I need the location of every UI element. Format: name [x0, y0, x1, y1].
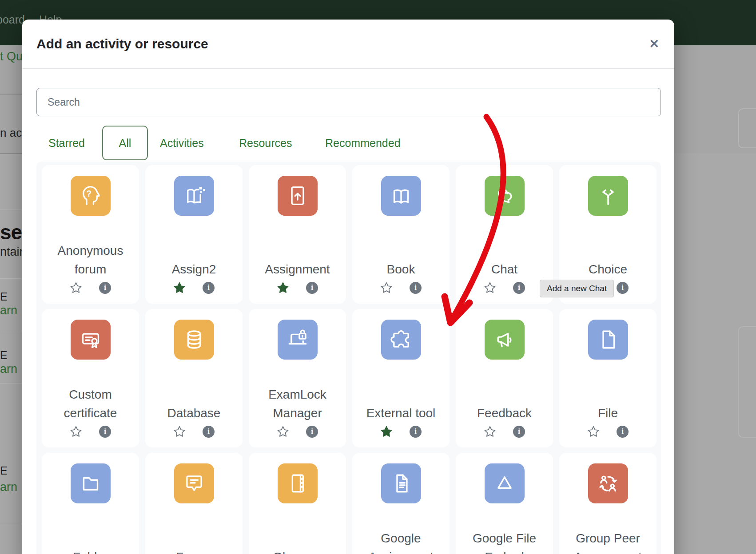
backdrop-divider: [0, 210, 24, 210]
info-icon[interactable]: i: [513, 426, 525, 438]
glossary-icon: [278, 463, 318, 503]
star-toggle[interactable]: [173, 281, 186, 294]
info-icon[interactable]: i: [203, 426, 215, 438]
title-divider: [22, 68, 674, 69]
file-icon: [588, 320, 628, 360]
activity-label: ExamLockManager: [251, 385, 343, 423]
feedback-icon: [485, 320, 525, 360]
info-icon[interactable]: i: [99, 282, 111, 294]
backdrop-text-fragment: t Qu: [0, 50, 23, 63]
star-toggle[interactable]: [380, 425, 393, 438]
tab-starred[interactable]: Starred: [48, 137, 85, 149]
card-footer: i: [456, 425, 553, 438]
activity-card[interactable]: Forumi: [145, 453, 243, 554]
screen: board Help t Qun acsentainEarnEarnEarn A…: [0, 0, 756, 554]
activity-card[interactable]: Assign2i: [145, 165, 243, 304]
google-assignment-icon: [381, 463, 421, 503]
card-footer: i: [456, 281, 553, 294]
activity-label: File: [562, 385, 654, 423]
activity-label: Choice: [562, 241, 654, 279]
card-footer: i: [249, 425, 346, 438]
info-icon[interactable]: i: [617, 282, 629, 294]
group-peer-icon: [588, 463, 628, 503]
activity-card[interactable]: Group PeerAssessmenti: [559, 453, 657, 554]
activity-card[interactable]: Feedbacki: [456, 309, 553, 447]
star-toggle[interactable]: [587, 425, 600, 438]
backdrop-text-fragment: se: [0, 220, 22, 244]
backdrop-text-fragment: arn: [0, 304, 17, 317]
star-toggle[interactable]: [484, 281, 496, 294]
card-footer: i: [249, 281, 346, 294]
activity-card[interactable]: Glossaryi: [249, 453, 346, 554]
activity-label: Anonymousforum: [44, 241, 136, 279]
card-footer: i: [352, 281, 450, 294]
activity-label: Assignment: [251, 241, 343, 279]
activity-card[interactable]: GoogleAssignmenti: [352, 453, 450, 554]
info-icon[interactable]: i: [410, 282, 422, 294]
tab-resources[interactable]: Resources: [239, 137, 292, 149]
star-toggle[interactable]: [484, 425, 496, 438]
activity-label: External tool: [355, 385, 447, 423]
activity-card[interactable]: Filei: [559, 309, 657, 447]
tab-all-label: All: [119, 137, 131, 150]
card-footer: i: [145, 281, 243, 294]
assignment-icon: [278, 176, 318, 216]
star-toggle[interactable]: [173, 425, 186, 438]
activity-label: Feedback: [458, 385, 550, 423]
activity-label: Assign2: [148, 241, 240, 279]
activity-card[interactable]: External tooli: [352, 309, 450, 447]
info-icon[interactable]: i: [99, 426, 111, 438]
backdrop-text-fragment: E: [0, 290, 8, 303]
card-footer: i: [42, 425, 139, 438]
activity-card[interactable]: Booki: [352, 165, 450, 304]
backdrop-divider: [0, 331, 24, 331]
star-toggle[interactable]: [380, 281, 393, 294]
search-input[interactable]: [36, 88, 661, 116]
star-toggle[interactable]: [277, 281, 289, 294]
google-drive-icon: [485, 463, 525, 503]
activity-card[interactable]: Chati: [456, 165, 553, 304]
info-icon[interactable]: i: [617, 426, 629, 438]
activity-label: Book: [355, 241, 447, 279]
chat-icon: [485, 176, 525, 216]
backdrop-text-fragment: E: [0, 349, 8, 362]
activity-card[interactable]: Folderi: [42, 453, 139, 554]
tab-all[interactable]: All: [102, 126, 148, 160]
backdrop-divider: [0, 94, 24, 95]
tab-activities[interactable]: Activities: [160, 137, 204, 149]
activity-label: Database: [148, 385, 240, 423]
star-toggle[interactable]: [70, 281, 82, 294]
chat-tooltip: Add a new Chat: [540, 280, 614, 297]
tab-recommended[interactable]: Recommended: [325, 137, 401, 149]
activity-label: GoogleAssignment: [355, 529, 447, 554]
star-toggle[interactable]: [70, 425, 82, 438]
folder-icon: [71, 463, 111, 503]
backdrop-divider: [0, 383, 24, 384]
star-toggle[interactable]: [277, 425, 289, 438]
external-tool-icon: [381, 320, 421, 360]
info-icon[interactable]: i: [306, 282, 318, 294]
activity-card[interactable]: Assignmenti: [249, 165, 346, 304]
card-footer: i: [352, 425, 450, 438]
choice-icon: [588, 176, 628, 216]
info-icon[interactable]: i: [513, 282, 525, 294]
assign2-icon: [174, 176, 214, 216]
info-icon[interactable]: i: [306, 426, 318, 438]
activity-card[interactable]: Customcertificatei: [42, 309, 139, 447]
activity-card[interactable]: ?Anonymousforumi: [42, 165, 139, 304]
activity-label: Folder: [44, 529, 136, 554]
activity-card[interactable]: Databasei: [145, 309, 243, 447]
activity-card[interactable]: ExamLockManageri: [249, 309, 346, 447]
info-icon[interactable]: i: [203, 282, 215, 294]
close-icon[interactable]: ✕: [649, 38, 659, 50]
activity-card[interactable]: Google FileEmbedi: [456, 453, 553, 554]
info-icon[interactable]: i: [410, 426, 422, 438]
activity-label: Glossary: [251, 529, 343, 554]
card-footer: i: [42, 281, 139, 294]
nav-item-dashboard[interactable]: board: [0, 13, 25, 26]
card-footer: i: [145, 425, 243, 438]
examlock-icon: [278, 320, 318, 360]
backdrop-divider: [0, 278, 24, 279]
activity-label: Forum: [148, 529, 240, 554]
book-icon: [381, 176, 421, 216]
